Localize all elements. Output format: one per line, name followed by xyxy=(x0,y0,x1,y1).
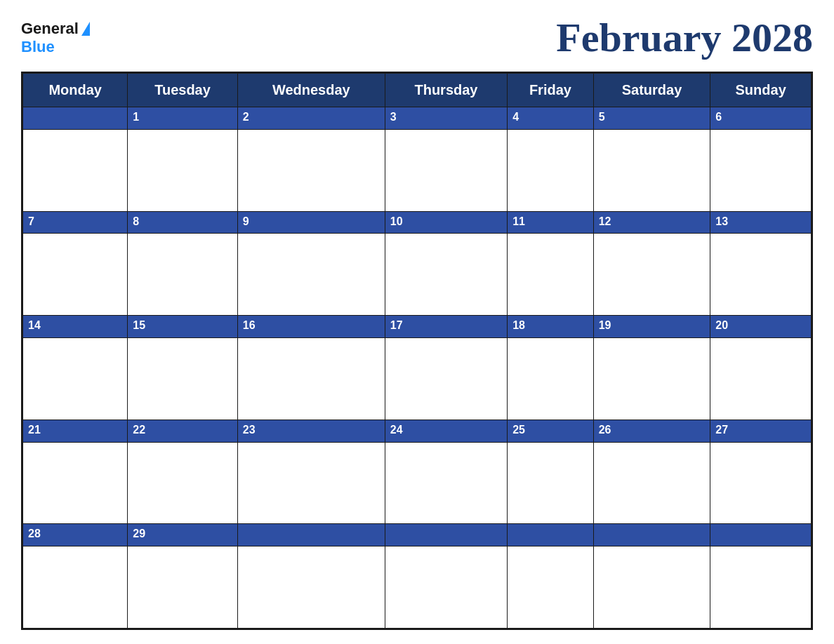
date-number: 23 xyxy=(243,424,256,436)
date-cell-w1-3: 2 xyxy=(237,107,385,130)
date-number: 17 xyxy=(390,319,403,331)
content-cell xyxy=(710,234,812,316)
content-cell xyxy=(385,442,507,524)
content-cell xyxy=(593,546,710,629)
date-cell-w5-4 xyxy=(385,524,507,546)
date-cell-w4-5: 25 xyxy=(508,420,594,442)
date-cell-w5-5 xyxy=(508,524,594,546)
date-cell-w2-1: 7 xyxy=(23,211,128,234)
date-cell-w2-4: 10 xyxy=(385,211,507,234)
date-number: 19 xyxy=(599,319,611,331)
header-tuesday: Tuesday xyxy=(128,74,237,107)
date-number: 22 xyxy=(133,424,145,436)
date-cell-w2-6: 12 xyxy=(593,211,710,234)
date-number: 24 xyxy=(390,424,403,436)
date-cell-w5-6 xyxy=(593,524,710,546)
content-cell xyxy=(23,442,128,524)
date-cell-w4-6: 26 xyxy=(593,420,710,442)
date-number: 13 xyxy=(715,215,728,227)
date-number: 28 xyxy=(28,528,41,539)
week-2-dates: 7 8 9 10 11 12 13 xyxy=(23,211,812,234)
content-cell xyxy=(237,442,385,524)
content-cell xyxy=(128,442,237,524)
header-friday: Friday xyxy=(508,74,594,107)
logo-general-text: General xyxy=(21,20,79,38)
calendar: Monday Tuesday Wednesday Thursday Friday… xyxy=(21,72,813,630)
week-5-dates: 28 29 xyxy=(23,524,812,546)
date-number: 14 xyxy=(28,319,41,331)
logo-text: General xyxy=(21,20,90,38)
date-cell-w3-3: 16 xyxy=(237,316,385,338)
week-5-content xyxy=(23,546,812,629)
date-cell-w2-5: 11 xyxy=(508,211,594,234)
content-cell xyxy=(508,234,594,316)
date-cell-w3-2: 15 xyxy=(128,316,237,338)
content-cell xyxy=(385,234,507,316)
date-cell-w3-6: 19 xyxy=(593,316,710,338)
date-cell-w4-3: 23 xyxy=(237,420,385,442)
week-4-dates: 21 22 23 24 25 26 27 xyxy=(23,420,812,442)
content-cell xyxy=(237,234,385,316)
date-cell-w3-7: 20 xyxy=(710,316,812,338)
date-cell-w5-2: 29 xyxy=(128,524,237,546)
date-cell-w1-7: 6 xyxy=(710,107,812,130)
content-cell xyxy=(508,129,594,211)
header-sunday: Sunday xyxy=(710,74,812,107)
date-cell-w4-4: 24 xyxy=(385,420,507,442)
content-cell xyxy=(508,337,594,420)
week-4-content xyxy=(23,442,812,524)
content-cell xyxy=(23,234,128,316)
content-cell xyxy=(385,337,507,420)
header-wednesday: Wednesday xyxy=(237,74,385,107)
week-1-content xyxy=(23,129,812,211)
content-cell xyxy=(128,337,237,420)
date-cell-w1-2: 1 xyxy=(128,107,237,130)
date-number: 3 xyxy=(390,111,397,123)
date-number: 7 xyxy=(28,215,34,227)
header-monday: Monday xyxy=(23,74,128,107)
date-number: 5 xyxy=(599,111,605,123)
content-cell xyxy=(23,546,128,629)
week-3-dates: 14 15 16 17 18 19 20 xyxy=(23,316,812,338)
date-number: 18 xyxy=(512,319,525,331)
content-cell xyxy=(237,129,385,211)
content-cell xyxy=(23,337,128,420)
date-number: 20 xyxy=(715,319,728,331)
date-cell-w1-5: 4 xyxy=(508,107,594,130)
date-number: 9 xyxy=(243,215,249,227)
date-number: 6 xyxy=(715,111,722,123)
date-number: 11 xyxy=(512,215,525,227)
date-cell-w5-3 xyxy=(237,524,385,546)
header-saturday: Saturday xyxy=(593,74,710,107)
date-number: 2 xyxy=(243,111,249,123)
logo-triangle-icon xyxy=(81,22,90,36)
content-cell xyxy=(385,129,507,211)
content-cell xyxy=(23,129,128,211)
content-cell xyxy=(128,546,237,629)
content-cell xyxy=(710,442,812,524)
page-header: General Blue February 2028 xyxy=(21,14,813,61)
content-cell xyxy=(710,129,812,211)
date-number: 8 xyxy=(133,215,139,227)
week-2-content xyxy=(23,234,812,316)
date-cell-w3-5: 18 xyxy=(508,316,594,338)
date-cell-w2-2: 8 xyxy=(128,211,237,234)
calendar-table: Monday Tuesday Wednesday Thursday Friday… xyxy=(22,73,812,629)
logo-blue-text: Blue xyxy=(21,38,55,56)
date-cell-w3-1: 14 xyxy=(23,316,128,338)
date-cell-w4-1: 21 xyxy=(23,420,128,442)
content-cell xyxy=(237,546,385,629)
date-number: 15 xyxy=(133,319,145,331)
content-cell xyxy=(508,546,594,629)
week-1-dates: 1 2 3 4 5 6 xyxy=(23,107,812,130)
date-cell-w3-4: 17 xyxy=(385,316,507,338)
content-cell xyxy=(128,234,237,316)
logo: General Blue xyxy=(21,20,90,56)
content-cell xyxy=(710,337,812,420)
header-thursday: Thursday xyxy=(385,74,507,107)
date-cell-w1-1 xyxy=(23,107,128,130)
date-cell-w5-1: 28 xyxy=(23,524,128,546)
content-cell xyxy=(593,442,710,524)
date-cell-w2-7: 13 xyxy=(710,211,812,234)
content-cell xyxy=(593,234,710,316)
